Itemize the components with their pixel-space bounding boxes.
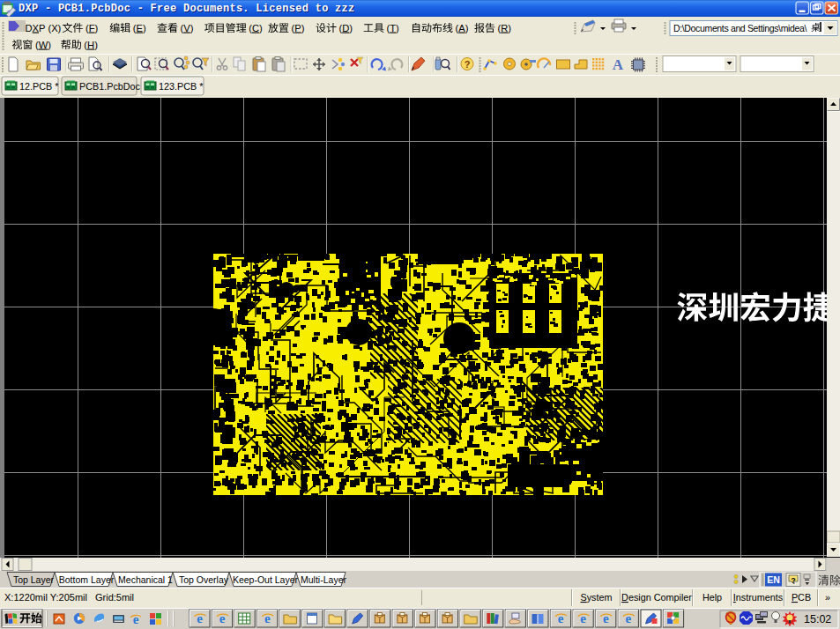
svg-text:?: ? (465, 59, 471, 70)
svg-text:Multi-Layer: Multi-Layer (301, 574, 346, 585)
svg-text:15:02: 15:02 (804, 613, 831, 625)
svg-text:(P): (P) (292, 23, 305, 33)
svg-text:Bottom Layer: Bottom Layer (59, 574, 115, 585)
svg-text:D:\Documents and Settings\mide: D:\Documents and Settings\midea\ (673, 23, 807, 33)
svg-text:(C): (C) (249, 23, 263, 33)
svg-text:?: ? (791, 576, 796, 585)
svg-text:e: e (133, 612, 139, 626)
svg-text:(T): (T) (387, 23, 400, 33)
svg-text:X:1220mil Y:205mil: X:1220mil Y:205mil (4, 592, 87, 603)
svg-text:123.PCB *: 123.PCB * (159, 81, 204, 92)
svg-text:e: e (626, 611, 632, 625)
svg-text:e: e (219, 611, 226, 625)
svg-text:Instruments: Instruments (733, 592, 784, 603)
svg-text:Top Layer: Top Layer (13, 574, 55, 585)
svg-text:DXP (X): DXP (X) (26, 23, 62, 33)
svg-text:(F): (F) (85, 23, 99, 33)
svg-text:»: » (825, 592, 830, 603)
svg-text:(W): (W) (35, 40, 51, 50)
svg-text:(V): (V) (181, 23, 194, 33)
svg-text:System: System (581, 592, 613, 603)
svg-text:e: e (558, 611, 564, 625)
svg-text:DXP - PCB1.PcbDoc - Free Docum: DXP - PCB1.PcbDoc - Free Documents. Lice… (19, 3, 355, 15)
svg-text:(E): (E) (133, 23, 146, 33)
svg-text:Keep-Out Layer: Keep-Out Layer (233, 574, 299, 585)
svg-text:PCB1.PcbDoc: PCB1.PcbDoc (79, 81, 141, 92)
svg-text:(H): (H) (84, 40, 98, 50)
svg-text:12.PCB *: 12.PCB * (19, 81, 59, 92)
svg-text:(D): (D) (339, 23, 353, 33)
svg-text:e: e (580, 611, 586, 625)
svg-text:e: e (264, 611, 271, 625)
svg-text:(R): (R) (498, 23, 512, 33)
svg-text:e: e (603, 611, 609, 625)
svg-text:Help: Help (702, 592, 722, 603)
svg-text:EN: EN (767, 574, 780, 585)
svg-text:Design Compiler: Design Compiler (621, 592, 692, 603)
svg-text:(A): (A) (456, 23, 469, 33)
svg-text:Top Overlay: Top Overlay (179, 574, 229, 585)
svg-text:Mechanical 1: Mechanical 1 (118, 574, 173, 585)
svg-text:Grid:5mil: Grid:5mil (95, 592, 134, 603)
svg-text:PCB: PCB (792, 592, 811, 603)
svg-text:A: A (613, 56, 624, 73)
svg-text:e: e (197, 611, 203, 625)
